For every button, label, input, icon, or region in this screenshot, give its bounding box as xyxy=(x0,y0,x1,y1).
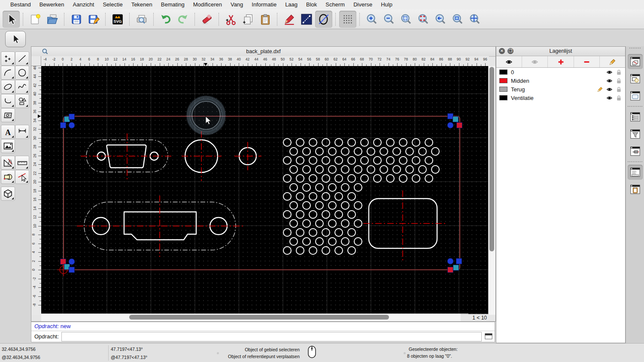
menu-informatie[interactable]: Informatie xyxy=(247,0,281,9)
layer-row-ventilatie[interactable]: Ventilatie xyxy=(496,94,625,102)
export-svg-button[interactable]: SVG xyxy=(109,11,126,28)
menu-scherm[interactable]: Scherm xyxy=(321,0,349,9)
svg-export-icon: SVG xyxy=(111,13,124,26)
tool-shapes-button[interactable] xyxy=(15,94,29,108)
menu-blok[interactable]: Blok xyxy=(302,0,321,9)
tool-polyline-button[interactable] xyxy=(1,94,15,108)
menu-modificeren[interactable]: Modificeren xyxy=(189,0,226,9)
filter-window-button[interactable] xyxy=(628,127,643,142)
tool-text-button[interactable]: A xyxy=(1,125,15,139)
save-button[interactable] xyxy=(68,11,85,28)
hruler-label: 44 xyxy=(254,57,258,61)
lock-icon[interactable] xyxy=(616,86,622,93)
eye-icon[interactable] xyxy=(606,78,613,84)
tool-arc-button[interactable] xyxy=(1,66,15,80)
draw-ellipse-button[interactable] xyxy=(315,11,332,28)
lock-icon[interactable] xyxy=(616,78,622,84)
eye-icon[interactable] xyxy=(606,95,613,101)
eye-icon[interactable] xyxy=(606,69,613,75)
tool-spline-button[interactable] xyxy=(15,80,29,94)
command-input[interactable] xyxy=(61,332,482,341)
entity-list-window-button[interactable] xyxy=(628,109,643,124)
layer-row-terug[interactable]: Terug xyxy=(496,85,625,94)
select-button[interactable] xyxy=(3,11,20,28)
close-icon[interactable]: ✕ xyxy=(499,48,505,54)
menu-laag[interactable]: Laag xyxy=(281,0,302,9)
float-window-icon[interactable]: ❐ xyxy=(507,48,513,54)
menu-bestand[interactable]: Bestand xyxy=(6,0,35,9)
command-window-button[interactable] xyxy=(628,165,643,180)
console-detach-button[interactable] xyxy=(484,333,493,341)
vruler-label: -2 xyxy=(32,277,36,281)
undo-button[interactable] xyxy=(157,11,174,28)
menu-selectie[interactable]: Selectie xyxy=(98,0,127,9)
open-file-button[interactable] xyxy=(44,11,61,28)
draw-freehand-button[interactable] xyxy=(281,11,298,28)
zoom-previous-button[interactable] xyxy=(415,11,432,28)
tool-block-button[interactable] xyxy=(1,170,15,184)
save-as-button[interactable] xyxy=(85,11,102,28)
redo-button[interactable] xyxy=(174,11,191,28)
grid-toggle-button[interactable] xyxy=(339,11,356,28)
layer-list-window-button[interactable] xyxy=(628,54,643,69)
menu-bewerken[interactable]: Bewerken xyxy=(35,0,69,9)
block-list-window-button[interactable] xyxy=(628,71,643,86)
document-window: back_plate.dxf -4-2024681012141618202224… xyxy=(31,46,496,322)
delete-button[interactable] xyxy=(198,11,216,28)
grid-toggle-icon xyxy=(341,13,354,26)
vertical-scrollbar[interactable] xyxy=(488,66,495,315)
tool-measure-button[interactable] xyxy=(15,156,29,170)
draw-line-button[interactable] xyxy=(298,11,315,28)
zoom-out-button[interactable] xyxy=(380,11,398,28)
inspector-window-button[interactable] xyxy=(628,144,643,159)
tool-image-button[interactable] xyxy=(1,139,15,153)
menu-hulp[interactable]: Hulp xyxy=(377,0,397,9)
shapes-icon xyxy=(17,96,28,107)
layers-eye-gray-button[interactable] xyxy=(522,56,548,67)
zoom-in-button[interactable] xyxy=(363,11,380,28)
hruler-label: 76 xyxy=(395,57,399,61)
layers-pencil-button[interactable] xyxy=(600,56,625,67)
tool-ellipse-button[interactable] xyxy=(1,80,15,94)
horizontal-scrollbar-thumb[interactable] xyxy=(129,315,389,320)
menu-vang[interactable]: Vang xyxy=(226,0,247,9)
tool-points-button[interactable] xyxy=(1,51,15,66)
copy-button[interactable] xyxy=(240,11,257,28)
document-title-bar[interactable]: back_plate.dxf xyxy=(31,47,495,57)
drawing-canvas[interactable] xyxy=(41,66,489,315)
tool-dimension-button[interactable] xyxy=(15,125,29,139)
layer-row-0[interactable]: 0 xyxy=(496,68,625,76)
lock-icon[interactable] xyxy=(616,69,622,75)
horizontal-scrollbar[interactable] xyxy=(41,314,468,321)
menu-tekenen[interactable]: Tekenen xyxy=(127,0,157,9)
menu-diverse[interactable]: Diverse xyxy=(349,0,377,9)
clipboard-window-button[interactable] xyxy=(628,182,643,197)
layers-eye-button[interactable] xyxy=(496,56,522,67)
vertical-scrollbar-thumb[interactable] xyxy=(489,67,494,251)
tool-modify-button[interactable] xyxy=(1,156,15,170)
menu-bemating[interactable]: Bemating xyxy=(157,0,189,9)
selection-tool-button[interactable] xyxy=(5,31,26,47)
zoom-back-button[interactable] xyxy=(432,11,449,28)
tool-line-button[interactable] xyxy=(15,51,29,66)
tool-solid-3d-button[interactable] xyxy=(1,187,15,201)
zoom-auto-button[interactable] xyxy=(398,11,415,28)
tool-select-entity-button[interactable] xyxy=(15,170,29,184)
cut-button[interactable] xyxy=(222,11,240,28)
lock-icon[interactable] xyxy=(616,95,622,101)
hruler-label: 0 xyxy=(62,57,64,61)
layer-row-midden[interactable]: Midden xyxy=(496,76,625,85)
zoom-window-button[interactable] xyxy=(449,11,466,28)
print-preview-button[interactable] xyxy=(133,11,150,28)
hruler-label: 58 xyxy=(316,57,320,61)
tool-circle-button[interactable] xyxy=(15,66,29,80)
zoom-pan-button[interactable] xyxy=(466,11,483,28)
menu-aanzicht[interactable]: Aanzicht xyxy=(69,0,99,9)
new-file-button[interactable] xyxy=(27,11,44,28)
tool-hatch-button[interactable] xyxy=(1,108,15,122)
paste-button[interactable] xyxy=(257,11,274,28)
eye-icon[interactable] xyxy=(606,86,613,93)
layers-plus-button[interactable] xyxy=(548,56,574,67)
layers-minus-button[interactable] xyxy=(574,56,600,67)
library-browser-window-button[interactable] xyxy=(628,88,643,103)
